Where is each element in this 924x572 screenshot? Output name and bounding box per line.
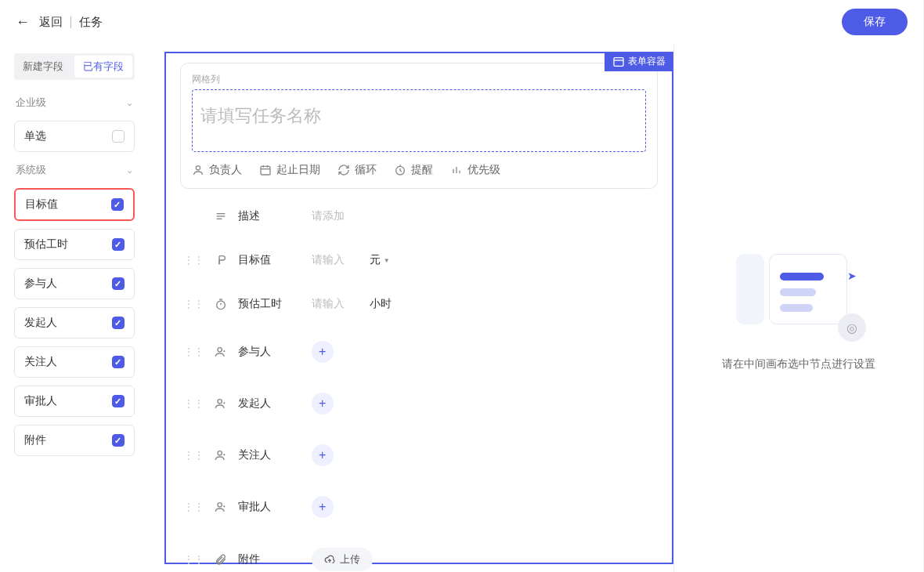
group-label: 企业级 bbox=[16, 96, 46, 110]
checkbox[interactable] bbox=[112, 356, 125, 368]
row-follower[interactable]: ⋮⋮ 关注人 + bbox=[180, 435, 658, 476]
drag-handle-icon[interactable]: ⋮⋮ bbox=[183, 346, 204, 358]
checkbox[interactable] bbox=[112, 277, 125, 290]
drag-handle-icon[interactable]: ⋮⋮ bbox=[183, 501, 204, 513]
right-panel: ➤ ◎ 请在中间画布选中节点进行设置 bbox=[673, 44, 923, 572]
drag-handle-icon[interactable]: ⋮⋮ bbox=[183, 254, 204, 266]
meta-remind[interactable]: 提醒 bbox=[394, 163, 433, 177]
back-label[interactable]: 返回 bbox=[39, 15, 63, 30]
field-item-attachment[interactable]: 附件 bbox=[14, 425, 135, 456]
row-placeholder[interactable]: 请添加 bbox=[312, 209, 359, 223]
field-item-follower[interactable]: 关注人 bbox=[14, 346, 135, 378]
meta-label: 优先级 bbox=[467, 163, 500, 177]
drag-handle-icon[interactable]: ⋮⋮ bbox=[183, 397, 204, 410]
unit-select[interactable]: 元 ▼ bbox=[370, 253, 390, 267]
chevron-down-icon: ⌄ bbox=[126, 165, 133, 176]
people-icon bbox=[215, 449, 227, 462]
field-item-initiator[interactable]: 发起人 bbox=[14, 307, 135, 338]
svg-point-14 bbox=[218, 451, 222, 455]
cursor-icon: ➤ bbox=[847, 270, 857, 282]
row-initiator[interactable]: ⋮⋮ 发起人 + bbox=[180, 383, 658, 424]
row-label: 预估工时 bbox=[238, 297, 301, 311]
save-button[interactable]: 保存 bbox=[842, 9, 908, 35]
add-button[interactable]: + bbox=[312, 496, 334, 518]
field-item-participant[interactable]: 参与人 bbox=[14, 268, 135, 299]
svg-rect-3 bbox=[261, 166, 270, 175]
field-label: 参与人 bbox=[24, 277, 57, 291]
row-attachment[interactable]: ⋮⋮ 附件 上传 bbox=[180, 538, 658, 572]
checkbox[interactable] bbox=[111, 198, 124, 211]
group-header-system[interactable]: 系统级 ⌄ bbox=[14, 160, 135, 180]
sidebar: 新建字段 已有字段 企业级 ⌄ 单选 系统级 ⌄ 目标值 预估工时 bbox=[0, 44, 149, 572]
svg-point-13 bbox=[218, 400, 222, 404]
group-label: 系统级 bbox=[16, 163, 46, 177]
group-header-enterprise[interactable]: 企业级 ⌄ bbox=[14, 92, 135, 113]
row-approver[interactable]: ⋮⋮ 审批人 + bbox=[180, 487, 658, 527]
form-canvas[interactable]: 表单容器 网格列 请填写任务名称 负责人 起止日期 bbox=[164, 52, 673, 564]
meta-dates[interactable]: 起止日期 bbox=[259, 163, 320, 177]
row-label: 发起人 bbox=[238, 396, 301, 411]
row-label: 审批人 bbox=[238, 500, 301, 514]
tab-new-field[interactable]: 新建字段 bbox=[14, 53, 72, 80]
row-label: 描述 bbox=[238, 209, 301, 223]
caret-down-icon: ▼ bbox=[384, 257, 390, 264]
form-container[interactable]: 网格列 请填写任务名称 负责人 起止日期 循环 bbox=[180, 63, 658, 189]
tab-row: 新建字段 已有字段 bbox=[14, 53, 135, 80]
svg-rect-0 bbox=[614, 57, 623, 66]
svg-point-12 bbox=[218, 348, 222, 352]
row-label: 附件 bbox=[238, 552, 301, 567]
cloud-upload-icon bbox=[324, 554, 335, 565]
checkbox[interactable] bbox=[112, 238, 125, 251]
upload-button[interactable]: 上传 bbox=[312, 548, 373, 571]
clip-icon bbox=[215, 553, 227, 566]
drag-handle-icon[interactable]: ⋮⋮ bbox=[183, 449, 204, 462]
breadcrumb: 返回 任务 bbox=[39, 15, 103, 30]
row-placeholder[interactable]: 请输入 bbox=[312, 297, 359, 311]
drag-handle-icon[interactable]: ⋮⋮ bbox=[183, 298, 204, 310]
meta-label: 负责人 bbox=[209, 163, 242, 177]
field-label: 发起人 bbox=[24, 316, 57, 330]
checkbox[interactable] bbox=[112, 395, 125, 407]
row-placeholder[interactable]: 请输入 bbox=[312, 253, 359, 267]
drag-handle-icon[interactable]: ⋮⋮ bbox=[183, 553, 204, 566]
unit-label: 元 bbox=[370, 253, 381, 267]
add-button[interactable]: + bbox=[312, 393, 334, 415]
field-item-radio[interactable]: 单选 bbox=[14, 121, 135, 152]
people-icon bbox=[215, 346, 227, 358]
tab-existing-field[interactable]: 已有字段 bbox=[74, 56, 132, 78]
back-arrow-icon[interactable]: ← bbox=[16, 14, 30, 31]
task-title-input[interactable]: 请填写任务名称 bbox=[192, 89, 646, 152]
row-hours[interactable]: ⋮⋮ 预估工时 请输入 小时 bbox=[180, 288, 658, 320]
meta-row: 负责人 起止日期 循环 提醒 bbox=[192, 163, 646, 177]
row-participant[interactable]: ⋮⋮ 参与人 + bbox=[180, 331, 658, 372]
field-item-hours[interactable]: 预估工时 bbox=[14, 229, 135, 260]
people-icon bbox=[215, 501, 227, 513]
field-label: 附件 bbox=[24, 433, 46, 447]
field-item-target[interactable]: 目标值 bbox=[14, 188, 135, 221]
field-label: 预估工时 bbox=[24, 237, 68, 252]
field-label: 目标值 bbox=[25, 197, 58, 212]
people-icon bbox=[215, 397, 227, 410]
checkbox[interactable] bbox=[112, 434, 125, 447]
badge-label: 表单容器 bbox=[628, 55, 666, 68]
meta-owner[interactable]: 负责人 bbox=[192, 163, 242, 177]
add-button[interactable]: + bbox=[312, 444, 334, 466]
field-item-approver[interactable]: 审批人 bbox=[14, 386, 135, 417]
row-description[interactable]: ⋮⋮ 描述 请添加 bbox=[180, 200, 658, 233]
add-button[interactable]: + bbox=[312, 341, 334, 363]
calendar-icon bbox=[259, 164, 272, 176]
field-label: 审批人 bbox=[24, 394, 57, 408]
meta-priority[interactable]: 优先级 bbox=[450, 163, 500, 177]
right-panel-text: 请在中间画布选中节点进行设置 bbox=[722, 357, 875, 371]
canvas-badge: 表单容器 bbox=[605, 52, 673, 71]
meta-repeat[interactable]: 循环 bbox=[337, 163, 377, 177]
row-target[interactable]: ⋮⋮ 目标值 请输入 元 ▼ bbox=[180, 244, 658, 277]
row-label: 关注人 bbox=[238, 448, 301, 462]
row-label: 目标值 bbox=[238, 253, 301, 267]
meta-label: 提醒 bbox=[411, 163, 433, 177]
checkbox[interactable] bbox=[112, 317, 125, 329]
chevron-down-icon: ⌄ bbox=[126, 98, 133, 108]
person-icon bbox=[192, 164, 204, 176]
page-title: 任务 bbox=[79, 15, 103, 30]
checkbox[interactable] bbox=[112, 130, 125, 143]
